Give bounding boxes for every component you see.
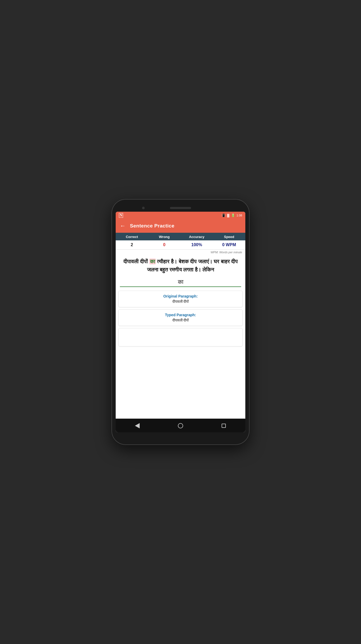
phone-screen: N 📳 ▓ 🔋 1:08 ← Sentence Practice Correct… (116, 212, 245, 432)
accuracy-value: 100% (180, 242, 213, 247)
empty-card (118, 328, 243, 346)
input-area (116, 276, 245, 289)
accuracy-label: Accuracy (180, 235, 213, 239)
paragraph-cards: Original Paragraph: दीपावली दीपों Typed … (116, 289, 245, 419)
back-nav-icon (135, 423, 140, 428)
status-time: 1:08 (237, 214, 242, 217)
typed-paragraph-text: दीपावली दीपों (122, 318, 239, 323)
phone-camera (142, 207, 145, 209)
status-left: N (119, 213, 123, 218)
battery-icon: 🔋 (231, 214, 235, 217)
no-signal-icon: ▓ (227, 214, 230, 217)
back-button[interactable]: ← (120, 222, 126, 229)
speed-value: 0 WPM (213, 242, 245, 247)
paragraph-text-before: दीपावली दीपों (123, 259, 148, 264)
nav-back-button[interactable] (132, 420, 143, 431)
status-right: 📳 ▓ 🔋 1:08 (222, 214, 242, 217)
highlighted-word: का (149, 259, 156, 264)
home-nav-icon (178, 423, 183, 428)
nav-recents-button[interactable] (218, 420, 229, 431)
app-logo: N (119, 213, 123, 218)
original-paragraph-card: Original Paragraph: दीपावली दीपों (118, 291, 243, 307)
wrong-label: Wrong (148, 235, 180, 239)
bottom-nav (116, 419, 245, 432)
phone-speaker (170, 207, 191, 209)
stats-values: 2 0 100% 0 WPM (116, 240, 245, 250)
correct-value: 2 (116, 242, 148, 247)
original-paragraph-title: Original Paragraph: (122, 294, 239, 298)
correct-label: Correct (116, 235, 148, 239)
stats-header: Correct Wrong Accuracy Speed (116, 233, 245, 240)
vibrate-icon: 📳 (222, 214, 226, 217)
main-content: WPM: Words per minute दीपावली दीपों का त… (116, 250, 245, 419)
wrong-value: 0 (148, 242, 180, 247)
app-title: Sentence Practice (130, 223, 174, 229)
speed-label: Speed (213, 235, 245, 239)
typing-input[interactable] (120, 278, 241, 287)
nav-home-button[interactable] (175, 420, 186, 431)
wpm-note: WPM: Words per minute (116, 250, 245, 254)
typed-paragraph-card: Typed Paragraph: दीपावली दीपों (118, 309, 243, 326)
phone-top-bar (116, 204, 245, 212)
typed-paragraph-title: Typed Paragraph: (122, 313, 239, 317)
status-bar: N 📳 ▓ 🔋 1:08 (116, 212, 245, 219)
recents-nav-icon (222, 424, 226, 428)
original-paragraph-text: दीपावली दीपों (122, 299, 239, 304)
paragraph-text-after-content: त्यौहार है। बेशक दीप जलाएं। घर बाहर दीप … (147, 259, 238, 273)
app-bar: ← Sentence Practice (116, 219, 245, 233)
paragraph-display: दीपावली दीपों का त्यौहार है। बेशक दीप जल… (116, 254, 245, 276)
phone-shell: N 📳 ▓ 🔋 1:08 ← Sentence Practice Correct… (112, 200, 249, 444)
phone-bottom-bar (116, 432, 245, 440)
